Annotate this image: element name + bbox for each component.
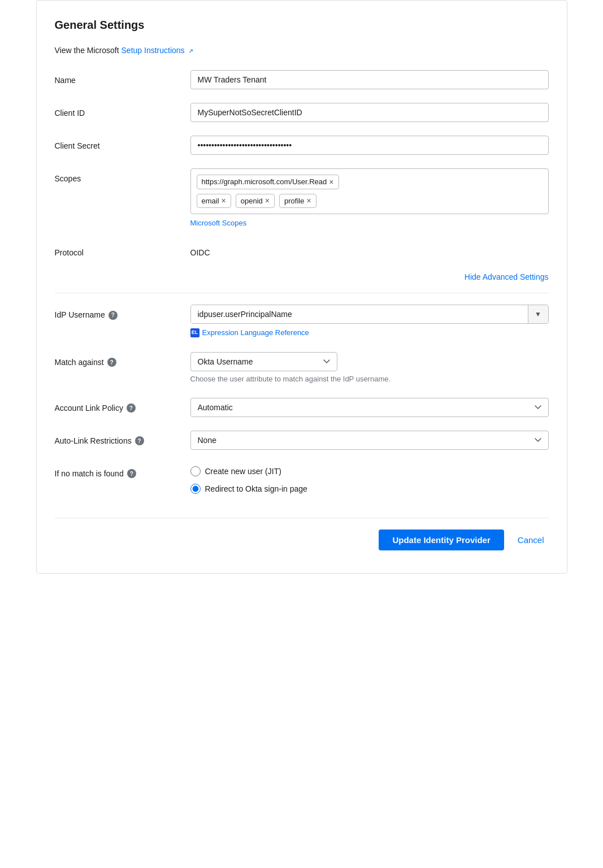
idp-username-label: IdP Username ? [55,305,190,321]
client-secret-input[interactable] [190,136,549,155]
advanced-toggle-row: Hide Advanced Settings [55,272,549,281]
scope-tag-label: https://graph.microsoft.com/User.Read [202,176,327,188]
scopes-line2: email × openid × profile × [197,193,543,210]
no-match-label: If no match is found ? [55,463,190,480]
microsoft-scopes-link[interactable]: Microsoft Scopes [190,218,247,229]
no-match-jit-radio[interactable] [190,466,201,476]
protocol-field-row: Protocol OIDC [55,242,549,259]
external-link-icon: ↗ [188,47,193,54]
account-link-policy-label: Account Link Policy ? [55,398,190,414]
match-against-select-wrap: Okta Username Email Login [190,352,337,371]
scopes-box[interactable]: https://graph.microsoft.com/User.Read × … [190,168,549,214]
footer-actions: Update Identity Provider Cancel [55,518,549,550]
auto-link-restrictions-label: Auto-Link Restrictions ? [55,431,190,447]
match-against-field-row: Match against ? Okta Username Email Logi… [55,352,549,384]
client-secret-input-wrap [190,136,549,155]
protocol-value-wrap: OIDC [190,242,549,259]
scope-tag-profile: profile × [279,194,316,209]
match-against-hint: Choose the user attribute to match again… [190,374,549,384]
auto-link-restrictions-select[interactable]: None Any group [190,431,549,450]
idp-username-dropdown-button[interactable]: ▼ [528,305,548,323]
hide-advanced-settings-button[interactable]: Hide Advanced Settings [465,272,549,281]
auto-link-restrictions-help-icon[interactable]: ? [135,436,144,445]
client-secret-field-row: Client Secret [55,136,549,155]
match-against-help-icon[interactable]: ? [107,358,116,367]
scope-remove-icon[interactable]: × [222,197,226,205]
no-match-jit-option[interactable]: Create new user (JIT) [190,466,549,478]
name-label: Name [55,70,190,86]
auto-link-restrictions-field-row: Auto-Link Restrictions ? None Any group [55,431,549,450]
client-id-input[interactable] [190,103,549,122]
client-id-label: Client ID [55,103,190,119]
idp-username-field-row: IdP Username ? ▼ EL Expression Language … [55,305,549,338]
account-link-policy-select[interactable]: Automatic Disabled [190,398,549,417]
account-link-policy-field-row: Account Link Policy ? Automatic Disabled [55,398,549,417]
no-match-jit-label: Create new user (JIT) [205,466,281,478]
protocol-value: OIDC [190,242,549,259]
no-match-field-row: If no match is found ? Create new user (… [55,463,549,495]
protocol-label: Protocol [55,242,190,259]
scopes-input-wrap: https://graph.microsoft.com/User.Read × … [190,168,549,229]
client-id-input-wrap [190,103,549,122]
scopes-line1: https://graph.microsoft.com/User.Read × [197,173,543,190]
setup-instructions-link[interactable]: Setup Instructions ↗ [122,46,194,55]
idp-username-field: ▼ [190,305,549,324]
idp-username-input-wrap: ▼ EL Expression Language Reference [190,305,549,338]
account-link-policy-input-wrap: Automatic Disabled [190,398,549,417]
client-id-field-row: Client ID [55,103,549,122]
no-match-redirect-label: Redirect to Okta sign-in page [205,483,307,495]
scopes-label: Scopes [55,168,190,185]
name-field-row: Name [55,70,549,89]
name-input-wrap [190,70,549,89]
no-match-help-icon[interactable]: ? [127,469,136,478]
no-match-radio-group: Create new user (JIT) Redirect to Okta s… [190,463,549,495]
scope-tag-openid: openid × [236,194,275,209]
scope-tag-label: openid [241,196,263,207]
setup-instructions-row: View the Microsoft Setup Instructions ↗ [55,45,549,57]
match-against-label: Match against ? [55,352,190,368]
scope-remove-icon[interactable]: × [265,197,270,205]
scope-tag-label: email [202,196,219,207]
account-link-policy-help-icon[interactable]: ? [127,403,136,413]
expression-language-reference-link[interactable]: EL Expression Language Reference [190,327,309,338]
cancel-button[interactable]: Cancel [513,530,549,550]
idp-username-help-icon[interactable]: ? [109,311,118,320]
scope-tag-label: profile [284,196,304,207]
expression-language-icon: EL [190,328,199,337]
scope-tag-graph: https://graph.microsoft.com/User.Read × [197,175,339,189]
no-match-redirect-radio[interactable] [190,484,201,494]
scope-remove-icon[interactable]: × [329,178,333,186]
auto-link-restrictions-input-wrap: None Any group [190,431,549,450]
scope-remove-icon[interactable]: × [306,197,311,205]
no-match-redirect-option[interactable]: Redirect to Okta sign-in page [190,483,549,495]
match-against-input-wrap: Okta Username Email Login Choose the use… [190,352,549,384]
match-against-select[interactable]: Okta Username Email Login [190,352,337,371]
scopes-field-row: Scopes https://graph.microsoft.com/User.… [55,168,549,229]
divider [55,293,549,293]
client-secret-label: Client Secret [55,136,190,152]
idp-username-input[interactable] [191,305,528,323]
page-title: General Settings [55,16,549,33]
update-identity-provider-button[interactable]: Update Identity Provider [379,530,504,550]
scope-tag-email: email × [197,194,231,209]
setup-instructions-prefix: View the Microsoft [55,46,119,55]
no-match-options-wrap: Create new user (JIT) Redirect to Okta s… [190,463,549,495]
name-input[interactable] [190,70,549,89]
